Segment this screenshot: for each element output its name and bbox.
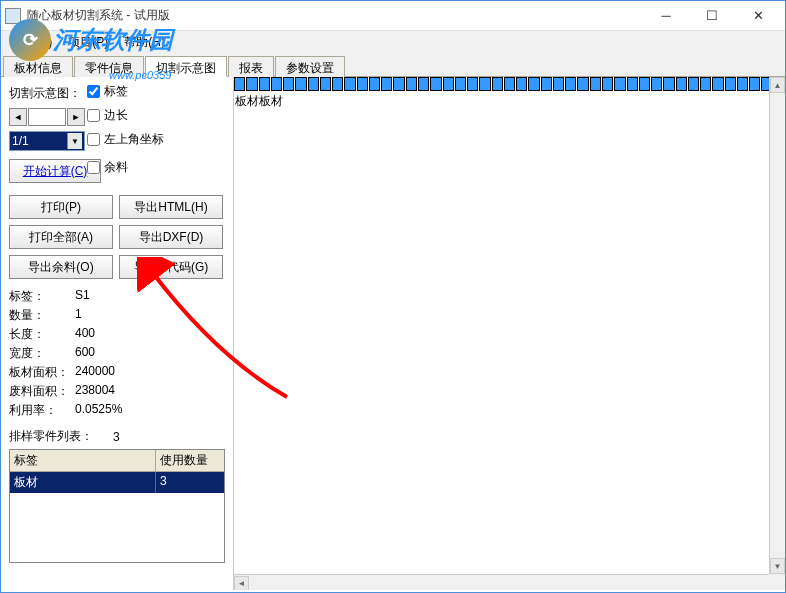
window-title: 随心板材切割系统 - 试用版 [27,7,643,24]
spinner-prev[interactable]: ◄ [9,108,27,126]
scroll-left-icon[interactable]: ◄ [234,576,249,591]
parts-col-tag[interactable]: 标签 [10,450,156,472]
checkbox-coord-text: 左上角坐标 [104,131,164,148]
spinner-next[interactable]: ► [67,108,85,126]
info-block: 标签：S1 数量：1 长度：400 宽度：600 板材面积：240000 废料面… [9,287,225,420]
menubar: 文件(F) 项目(P) 帮助(H) [1,31,785,53]
tab-report[interactable]: 报表 [228,56,274,77]
info-wid-label: 宽度： [9,345,75,362]
info-qty-label: 数量： [9,307,75,324]
chevron-down-icon: ▼ [67,133,82,149]
parts-row-qty: 3 [156,472,224,493]
close-button[interactable]: ✕ [735,2,781,30]
parts-table: 标签 使用数量 板材 3 [9,449,225,563]
info-area-label: 板材面积： [9,364,75,381]
canvas-panel: 板材板材 ▲ ▼ ◄ ► [233,77,785,590]
info-qty-value: 1 [75,307,225,324]
maximize-button[interactable]: ☐ [689,2,735,30]
info-util-value: 0.0525% [75,402,225,419]
ruler-ticks [234,77,785,91]
scroll-up-icon[interactable]: ▲ [770,77,785,93]
table-row[interactable]: 板材 3 [10,472,224,493]
checkbox-remain[interactable] [87,161,100,174]
scrollbar-horizontal[interactable]: ◄ ► [234,574,769,590]
export-remain-button[interactable]: 导出余料(O) [9,255,113,279]
menu-help[interactable]: 帮助(H) [116,32,173,53]
checkbox-edge-text: 边长 [104,107,128,124]
tab-part-info[interactable]: 零件信息 [74,56,144,77]
info-tag-value: S1 [75,288,225,305]
info-util-label: 利用率： [9,402,75,419]
checkbox-label[interactable] [87,85,100,98]
app-icon [5,8,21,24]
tab-board-info[interactable]: 板材信息 [3,56,73,77]
tab-settings[interactable]: 参数设置 [275,56,345,77]
print-button[interactable]: 打印(P) [9,195,113,219]
info-tag-label: 标签： [9,288,75,305]
export-dxf-button[interactable]: 导出DXF(D) [119,225,223,249]
tab-cutting-diagram[interactable]: 切割示意图 [145,56,227,77]
diagram-label: 切割示意图： [9,85,87,102]
export-gcode-button[interactable]: 导出G代码(G) [119,255,223,279]
info-len-label: 长度： [9,326,75,343]
info-waste-label: 废料面积： [9,383,75,400]
parts-row-tag: 板材 [10,472,156,493]
parts-count: 3 [113,430,120,444]
scrollbar-vertical[interactable]: ▲ ▼ [769,77,785,574]
spinner-display [28,108,66,126]
info-len-value: 400 [75,326,225,343]
parts-col-qty[interactable]: 使用数量 [156,450,224,472]
menu-file[interactable]: 文件(F) [5,32,60,53]
export-html-button[interactable]: 导出HTML(H) [119,195,223,219]
checkbox-edge[interactable] [87,109,100,122]
checkbox-remain-text: 余料 [104,159,128,176]
info-waste-value: 238004 [75,383,225,400]
checkbox-coord[interactable] [87,133,100,146]
canvas-label: 板材板材 [235,95,283,107]
info-area-value: 240000 [75,364,225,381]
left-panel: 切割示意图： 标签 ◄ ► [1,77,233,590]
tabbar: 板材信息 零件信息 切割示意图 报表 参数设置 [1,53,785,77]
print-all-button[interactable]: 打印全部(A) [9,225,113,249]
scroll-corner [769,574,785,590]
minimize-button[interactable]: ─ [643,2,689,30]
info-wid-value: 600 [75,345,225,362]
checkbox-label-text: 标签 [104,83,128,100]
menu-project[interactable]: 项目(P) [60,32,116,53]
scroll-down-icon[interactable]: ▼ [770,558,785,574]
parts-header-label: 排样零件列表： [9,428,93,445]
page-select[interactable]: 1/1 ▼ [9,131,85,151]
